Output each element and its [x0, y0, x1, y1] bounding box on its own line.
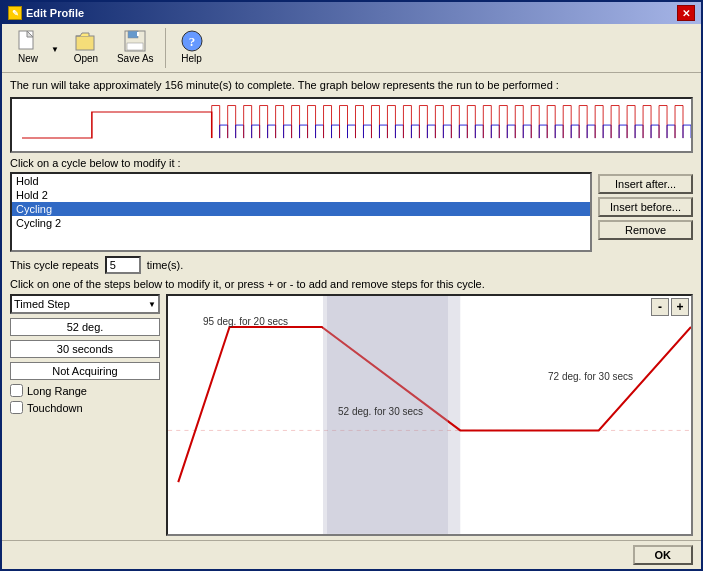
- step-temperature-value[interactable]: 52 deg.: [10, 318, 160, 336]
- steps-instruction: Click on one of the steps below to modif…: [10, 278, 693, 290]
- info-text: The run will take approximately 156 minu…: [10, 77, 693, 93]
- repeats-input[interactable]: [105, 256, 141, 274]
- new-button[interactable]: New: [6, 26, 50, 67]
- step-label-72: 72 deg. for 30 secs: [548, 371, 633, 382]
- repeats-prefix: This cycle repeats: [10, 259, 99, 271]
- step-left-panel: Timed Step ▼ 52 deg. 30 seconds Not Acqu…: [10, 294, 160, 536]
- remove-button[interactable]: Remove: [598, 220, 693, 240]
- new-dropdown-arrow[interactable]: ▼: [50, 26, 62, 67]
- step-type-label: Timed Step: [14, 298, 70, 310]
- app-icon: ✎: [8, 6, 22, 20]
- repeats-suffix: time(s).: [147, 259, 184, 271]
- new-label: New: [18, 53, 38, 64]
- open-label: Open: [74, 53, 98, 64]
- step-graph-controls: - +: [651, 298, 689, 316]
- svg-rect-4: [128, 31, 138, 38]
- step-graph: 95 deg. for 20 secs 52 deg. for 30 secs …: [166, 294, 693, 536]
- cycle-section-label: Click on a cycle below to modify it :: [10, 157, 693, 169]
- svg-text:?: ?: [188, 34, 195, 49]
- close-button[interactable]: ✕: [677, 5, 695, 21]
- touchdown-checkbox[interactable]: [10, 401, 23, 414]
- step-section: Timed Step ▼ 52 deg. 30 seconds Not Acqu…: [10, 294, 693, 536]
- touchdown-label: Touchdown: [27, 402, 83, 414]
- repeats-row: This cycle repeats time(s).: [10, 256, 693, 274]
- ok-button[interactable]: OK: [633, 545, 694, 565]
- overview-graph: [10, 97, 693, 153]
- bottom-bar: OK: [2, 540, 701, 569]
- cycle-buttons: Insert after... Insert before... Remove: [598, 172, 693, 252]
- cycle-list[interactable]: Hold Hold 2 Cycling Cycling 2: [10, 172, 592, 252]
- open-icon: [74, 29, 98, 53]
- new-btn-group: New ▼: [6, 26, 62, 67]
- long-range-row: Long Range: [10, 384, 160, 397]
- step-label-95: 95 deg. for 20 secs: [203, 316, 288, 327]
- cycle-list-area: Hold Hold 2 Cycling Cycling 2 Insert aft…: [10, 172, 693, 252]
- svg-rect-0: [19, 31, 33, 49]
- touchdown-row: Touchdown: [10, 401, 160, 414]
- insert-after-button[interactable]: Insert after...: [598, 174, 693, 194]
- title-bar: ✎ Edit Profile ✕: [2, 2, 701, 24]
- toolbar: New ▼ Open Save As: [2, 24, 701, 73]
- list-item[interactable]: Hold: [12, 174, 590, 188]
- step-type-dropdown[interactable]: Timed Step ▼: [10, 294, 160, 314]
- content-area: The run will take approximately 156 minu…: [2, 73, 701, 540]
- step-label-52: 52 deg. for 30 secs: [338, 406, 423, 417]
- help-button[interactable]: ? Help: [170, 26, 214, 67]
- open-button[interactable]: Open: [64, 26, 108, 67]
- save-as-label: Save As: [117, 53, 154, 64]
- step-duration-value[interactable]: 30 seconds: [10, 340, 160, 358]
- list-item[interactable]: Hold 2: [12, 188, 590, 202]
- save-as-button[interactable]: Save As: [110, 26, 161, 67]
- list-item[interactable]: Cycling 2: [12, 216, 590, 230]
- long-range-label: Long Range: [27, 385, 87, 397]
- help-label: Help: [181, 53, 202, 64]
- list-item-selected[interactable]: Cycling: [12, 202, 590, 216]
- zoom-out-button[interactable]: -: [651, 298, 669, 316]
- new-icon: [16, 29, 40, 53]
- step-acquiring-value[interactable]: Not Acquiring: [10, 362, 160, 380]
- save-as-icon: [123, 29, 147, 53]
- title-bar-left: ✎ Edit Profile: [8, 6, 84, 20]
- cycle-section: Click on a cycle below to modify it : Ho…: [10, 157, 693, 252]
- dropdown-arrow-icon: ▼: [148, 300, 156, 309]
- window-title: Edit Profile: [26, 7, 84, 19]
- svg-rect-2: [76, 36, 94, 50]
- svg-rect-6: [137, 32, 139, 36]
- long-range-checkbox[interactable]: [10, 384, 23, 397]
- insert-before-button[interactable]: Insert before...: [598, 197, 693, 217]
- svg-rect-5: [127, 43, 143, 50]
- toolbar-separator: [165, 28, 166, 68]
- help-icon: ?: [180, 29, 204, 53]
- main-window: ✎ Edit Profile ✕ New ▼: [0, 0, 703, 571]
- zoom-in-button[interactable]: +: [671, 298, 689, 316]
